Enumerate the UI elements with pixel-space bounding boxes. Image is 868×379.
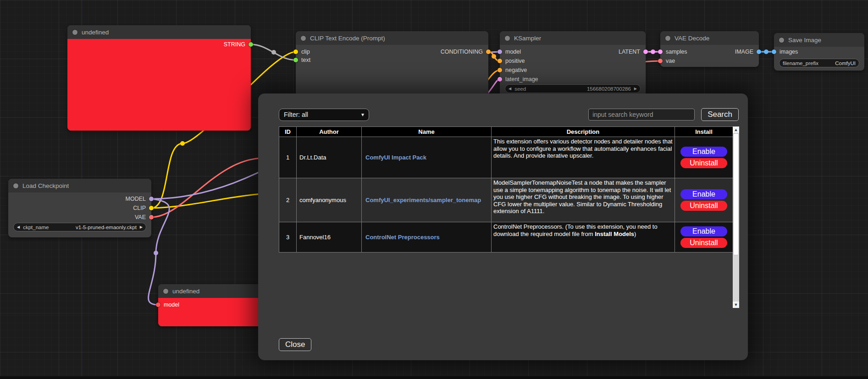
close-button[interactable]: Close [279,338,311,351]
node-title: VAE Decode [674,35,709,42]
seed-widget[interactable]: ◀ seed 156680208700286 ▶ [505,84,641,93]
decrement-icon[interactable]: ◀ [17,225,20,229]
node-title: Load Checkpoint [22,182,69,189]
slot-dot[interactable] [149,215,154,220]
scroll-up-icon[interactable]: ▲ [733,126,739,133]
slot-dot[interactable] [757,49,761,54]
search-button[interactable]: Search [701,108,739,121]
output-slot-latent[interactable]: LATENT [619,47,648,56]
collapse-dot-icon[interactable] [505,36,510,41]
cell-author: Dr.Lt.Data [297,137,362,178]
slot-dot[interactable] [149,197,154,201]
uninstall-button[interactable]: Uninstall [680,238,727,248]
node-load-checkpoint[interactable]: Load Checkpoint MODEL CLIP VAE ◀ ckpt_na… [8,179,151,237]
output-slot-string[interactable]: STRING [224,40,253,49]
node-body: MODEL CLIP VAE ◀ ckpt_name v1-5-pruned-e… [8,192,151,237]
slot-dot[interactable] [772,49,776,54]
uninstall-button[interactable]: Uninstall [680,201,727,211]
node-header[interactable]: undefined [67,25,251,39]
ckpt-name-widget[interactable]: ◀ ckpt_name v1-5-pruned-emaonly.ckpt ▶ [13,223,146,231]
slot-label: VAE [135,214,146,220]
slot-dot[interactable] [643,49,648,54]
node-header[interactable]: CLIP Text Encode (Prompt) [296,31,488,45]
node-title: Save Image [788,37,821,44]
collapse-dot-icon[interactable] [163,289,168,294]
node-undefined-bottom[interactable]: undefined model [158,284,266,326]
uninstall-button[interactable]: Uninstall [680,158,727,168]
cell-install: Enable Uninstall [675,137,733,178]
slot-dot[interactable] [498,59,502,63]
description-bold-text: Install Models [595,231,634,237]
input-slot-model[interactable]: model [498,47,521,56]
node-header[interactable]: KSampler [500,31,646,45]
table-scrollbar[interactable]: ▲ ▼ [733,126,739,308]
node-header[interactable]: undefined [158,284,266,298]
extension-link[interactable]: ControlNet Preprocessors [365,234,440,241]
increment-icon[interactable]: ▶ [634,87,637,91]
increment-icon[interactable]: ▶ [140,225,143,229]
input-slot-vae[interactable]: vae [658,56,675,66]
search-input[interactable] [588,109,695,121]
filter-select[interactable]: Filter: all ▾ [279,109,369,121]
slot-dot[interactable] [293,49,298,54]
output-slot-model[interactable]: MODEL [126,194,154,203]
enable-button[interactable]: Enable [680,226,727,236]
slot-dot[interactable] [658,49,663,54]
scrollbar-thumb[interactable] [733,133,739,255]
slot-dot[interactable] [658,59,663,63]
decrement-icon[interactable]: ◀ [509,87,511,91]
cell-author: comfyanonymous [297,178,362,222]
input-slot-text[interactable]: text [293,55,310,65]
slot-dot[interactable] [293,58,298,62]
collapse-dot-icon[interactable] [779,38,784,43]
extension-link[interactable]: ComfyUI Impact Pack [365,154,426,161]
node-header[interactable]: Save Image [774,33,864,47]
slot-label: MODEL [126,196,146,202]
column-header-install: Install [675,127,733,137]
node-header[interactable]: Load Checkpoint [8,179,151,192]
slot-dot[interactable] [249,42,253,47]
input-slot-samples[interactable]: samples [658,47,687,56]
slot-label: samples [666,49,687,55]
output-slot-conditioning[interactable]: CONDITIONING [441,47,491,56]
collapse-dot-icon[interactable] [665,36,670,41]
slot-dot[interactable] [486,49,491,54]
node-title: undefined [82,29,109,36]
widget-name: seed [514,86,526,92]
input-slot-images[interactable]: images [772,47,798,56]
slot-label: CONDITIONING [441,49,483,55]
cell-id: 1 [279,137,297,178]
node-header[interactable]: VAE Decode [660,31,759,45]
output-slot-image[interactable]: IMAGE [735,47,761,56]
enable-button[interactable]: Enable [680,147,727,157]
node-save-image[interactable]: Save Image images filename_prefix ComfyU… [774,33,864,71]
collapse-dot-icon[interactable] [301,36,306,41]
output-slot-vae[interactable]: VAE [135,213,154,222]
slot-dot[interactable] [156,302,160,307]
cell-name: ComfyUI Impact Pack [362,137,492,178]
node-vae-decode[interactable]: VAE Decode samples vae IMAGE [660,31,759,67]
extension-link[interactable]: ComfyUI_experiments/sampler_tonemap [365,197,481,203]
input-slot-negative[interactable]: negative [498,66,527,75]
slot-dot[interactable] [149,206,154,210]
cell-description: This extension offers various detector n… [492,137,675,178]
input-slot-positive[interactable]: positive [498,56,525,66]
filter-selected-value: Filter: all [284,111,308,118]
slot-dot[interactable] [498,77,502,82]
column-header-description: Description [492,127,675,137]
cell-name: ControlNet Preprocessors [362,222,492,253]
filename-prefix-widget[interactable]: filename_prefix ComfyUI [779,59,859,67]
collapse-dot-icon[interactable] [72,30,77,35]
slot-dot[interactable] [498,49,502,54]
slot-dot[interactable] [498,68,502,72]
input-slot-latent-image[interactable]: latent_image [498,75,538,84]
enable-button[interactable]: Enable [680,189,727,199]
link-midpoint-dot [154,251,158,255]
output-slot-clip[interactable]: CLIP [133,203,154,213]
extension-row: 3 Fannovel16 ControlNet Preprocessors Co… [279,222,733,253]
input-slot-clip[interactable]: clip [293,47,310,56]
node-undefined-top[interactable]: undefined STRING [67,25,251,131]
input-slot-model[interactable]: model [156,300,179,309]
scroll-down-icon[interactable]: ▼ [733,302,739,308]
collapse-dot-icon[interactable] [13,183,18,188]
